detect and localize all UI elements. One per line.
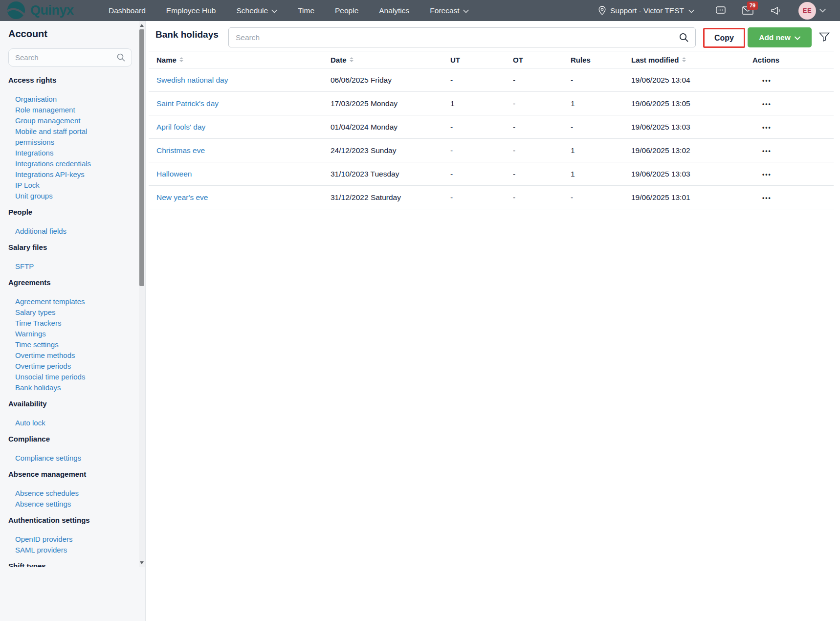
row-actions-menu-icon[interactable]: ••• (752, 124, 772, 131)
sidebar-section-links: Auto lock (8, 418, 139, 428)
scroll-down-arrow-icon[interactable] (140, 561, 144, 564)
cell-last-modified: 19/06/2025 13:02 (623, 139, 745, 162)
cell-actions: ••• (745, 68, 834, 92)
cell-rules: 1 (563, 139, 623, 162)
nav-item-label: People (335, 6, 358, 15)
nav-item-analytics[interactable]: Analytics (379, 6, 409, 15)
sidebar-item-integrations-api-keys[interactable]: Integrations API-keys (15, 169, 125, 180)
sidebar-item-integrations-credentials[interactable]: Integrations credentials (15, 158, 125, 169)
sidebar-item-openid-providers[interactable]: OpenID providers (15, 534, 125, 545)
sidebar-scrollbar[interactable] (139, 21, 145, 567)
sidebar-item-time-trackers[interactable]: Time Trackers (15, 318, 125, 329)
settings-sidebar: Account Access rightsOrganisationRole ma… (0, 21, 145, 621)
column-header-actions: Actions (745, 51, 834, 68)
location-pin-icon (598, 6, 606, 15)
copy-button[interactable]: Copy (703, 28, 745, 48)
sidebar-item-ip-lock[interactable]: IP Lock (15, 180, 125, 191)
sidebar-item-overtime-periods[interactable]: Overtime periods (15, 361, 125, 372)
sidebar-item-salary-types[interactable]: Salary types (15, 307, 125, 318)
cell-ut: - (442, 139, 505, 162)
table-row: Saint Patrick's day17/03/2025 Monday1-11… (149, 92, 834, 115)
primary-nav: DashboardEmployee HubScheduleTimePeopleA… (109, 0, 469, 21)
sidebar-item-agreement-templates[interactable]: Agreement templates (15, 296, 125, 307)
sidebar-item-saml-providers[interactable]: SAML providers (15, 545, 125, 555)
notifications-icon[interactable]: 79 (742, 6, 753, 15)
column-header-ot: OT (505, 51, 563, 68)
sidebar-item-unsocial-time-periods[interactable]: Unsocial time periods (15, 372, 125, 382)
sidebar-item-absence-schedules[interactable]: Absence schedules (15, 488, 125, 499)
holiday-name-link[interactable]: April fools' day (149, 115, 323, 139)
filter-icon[interactable] (819, 32, 830, 42)
sort-icon[interactable] (179, 57, 183, 62)
nav-item-forecast[interactable]: Forecast (430, 6, 468, 15)
sidebar-item-overtime-methods[interactable]: Overtime methods (15, 350, 125, 361)
nav-item-schedule[interactable]: Schedule (237, 6, 278, 15)
sidebar-section-availability: Availability (8, 399, 139, 408)
user-avatar[interactable]: EE (798, 2, 816, 20)
sidebar-section-people: People (8, 208, 139, 217)
sidebar-item-group-management[interactable]: Group management (15, 115, 125, 126)
sidebar-item-additional-fields[interactable]: Additional fields (15, 226, 125, 237)
column-header-content: Rules (571, 56, 623, 64)
nav-item-dashboard[interactable]: Dashboard (109, 6, 146, 15)
row-actions-menu-icon[interactable]: ••• (752, 148, 772, 155)
sort-icon[interactable] (350, 57, 354, 62)
scrollbar-thumb[interactable] (139, 29, 144, 286)
sidebar-item-compliance-settings[interactable]: Compliance settings (15, 453, 125, 464)
table-header-row: NameDateUTOTRulesLast modifiedActions (149, 51, 834, 68)
nav-item-people[interactable]: People (335, 6, 358, 15)
column-header-content: Actions (752, 56, 834, 64)
nav-item-time[interactable]: Time (298, 6, 314, 15)
sidebar-section-links: OrganisationRole managementGroup managem… (8, 94, 139, 201)
sidebar-item-sftp[interactable]: SFTP (15, 261, 125, 272)
scroll-up-arrow-icon[interactable] (140, 24, 144, 27)
table-row: Halloween31/10/2023 Tuesday--119/06/2025… (149, 162, 834, 186)
nav-item-employee-hub[interactable]: Employee Hub (166, 6, 216, 15)
sidebar-item-warnings[interactable]: Warnings (15, 329, 125, 339)
sidebar-item-integrations[interactable]: Integrations (15, 148, 125, 158)
holiday-name-link[interactable]: New year's eve (149, 186, 323, 209)
sidebar-item-organisation[interactable]: Organisation (15, 94, 125, 105)
sidebar-item-absence-settings[interactable]: Absence settings (15, 499, 125, 510)
sidebar-search-input[interactable] (15, 53, 117, 62)
holiday-name-link[interactable]: Saint Patrick's day (149, 92, 323, 115)
row-actions-menu-icon[interactable]: ••• (752, 171, 772, 178)
chevron-down-icon (795, 36, 800, 40)
sort-icon[interactable] (682, 57, 686, 62)
row-actions-menu-icon[interactable]: ••• (752, 77, 772, 84)
holiday-name-link[interactable]: Halloween (149, 162, 323, 186)
search-icon[interactable] (679, 33, 688, 42)
cell-last-modified: 19/06/2025 13:03 (623, 162, 745, 186)
column-label: Actions (752, 56, 779, 64)
quinyx-logo[interactable]: Quinyx (7, 1, 74, 20)
column-header-date[interactable]: Date (323, 51, 442, 68)
add-new-button[interactable]: Add new (748, 27, 812, 47)
chat-icon[interactable] (716, 6, 726, 15)
cell-ot: - (505, 92, 563, 115)
sidebar-section-agreements: Agreements (8, 278, 139, 287)
sidebar-item-bank-holidays[interactable]: Bank holidays (15, 382, 125, 393)
group-selector[interactable]: Support - Victor TEST (598, 6, 694, 15)
cell-ot: - (505, 115, 563, 139)
sidebar-item-unit-groups[interactable]: Unit groups (15, 191, 125, 201)
announcements-icon[interactable] (771, 6, 781, 15)
table-search-input[interactable] (236, 33, 675, 42)
sidebar-section-absence-management: Absence management (8, 470, 139, 479)
cell-date: 06/06/2025 Friday (323, 68, 442, 92)
column-label: Rules (571, 56, 591, 64)
sidebar-item-mobile-and-staff-portal-permissions[interactable]: Mobile and staff portal permissions (15, 126, 125, 148)
row-actions-menu-icon[interactable]: ••• (752, 101, 772, 108)
sidebar-item-time-settings[interactable]: Time settings (15, 339, 125, 350)
column-header-last-modified[interactable]: Last modified (623, 51, 745, 68)
user-menu-chevron-icon[interactable] (819, 8, 826, 13)
sidebar-section-links: Additional fields (8, 226, 139, 237)
row-actions-menu-icon[interactable]: ••• (752, 195, 772, 201)
cell-date: 31/10/2023 Tuesday (323, 162, 442, 186)
column-header-name[interactable]: Name (149, 51, 323, 68)
holiday-name-link[interactable]: Christmas eve (149, 139, 323, 162)
cell-actions: ••• (745, 92, 834, 115)
sidebar-section-salary-files: Salary files (8, 243, 139, 252)
sidebar-item-auto-lock[interactable]: Auto lock (15, 418, 125, 428)
sidebar-item-role-management[interactable]: Role management (15, 105, 125, 115)
holiday-name-link[interactable]: Swedish national day (149, 68, 323, 92)
